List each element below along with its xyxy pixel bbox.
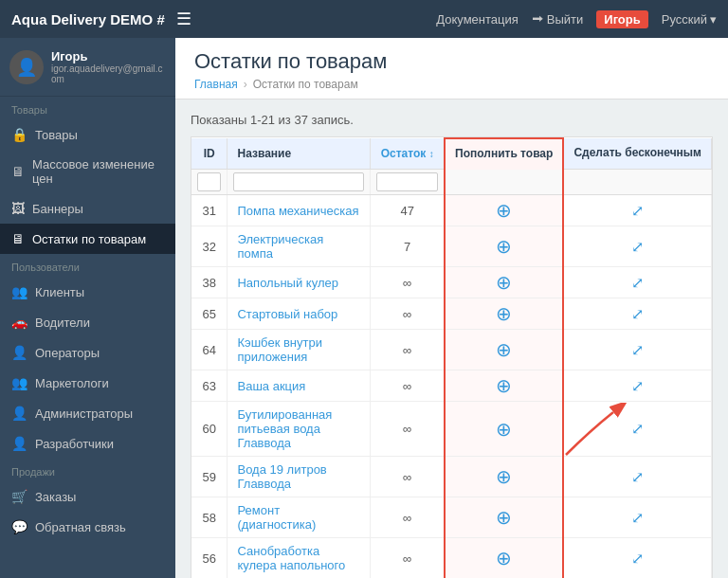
cell-infinite: ⤢ — [563, 267, 711, 298]
sidebar-item-label: Администраторы — [35, 406, 133, 421]
docs-link[interactable]: Документация — [436, 12, 519, 27]
sidebar-item-marketers[interactable]: 👥 Маркетологи — [0, 368, 175, 398]
replenish-button[interactable]: ⊕ — [496, 376, 512, 395]
cell-id: 56 — [191, 538, 228, 578]
product-link[interactable]: Санобработка кулера напольного — [237, 544, 345, 572]
make-infinite-button[interactable]: ⤢ — [631, 509, 644, 527]
sidebar-item-label: Товары — [35, 128, 78, 142]
make-infinite-button[interactable]: ⤢ — [631, 550, 644, 568]
sidebar-item-label: Обратная связь — [35, 520, 126, 534]
sidebar-item-label: Остатки по товарам — [32, 232, 146, 246]
cell-replenish: ⊕ — [445, 370, 563, 402]
cell-replenish: ⊕ — [445, 497, 563, 538]
sidebar-item-tovary[interactable]: 🔒 Товары — [0, 119, 175, 150]
brand-title: Aqua Delivery DEMO # — [11, 11, 165, 27]
stock-table-container: ID Название Остаток ↕ Пополнить товар Сд… — [191, 136, 713, 578]
lock-icon: 🔒 — [11, 127, 27, 142]
sidebar-item-devs[interactable]: 👤 Разработчики — [0, 428, 175, 459]
replenish-button[interactable]: ⊕ — [496, 340, 512, 359]
lang-label: Русский — [662, 12, 707, 27]
cell-infinite: ⤢ — [563, 330, 711, 370]
table-body: 31 Помпа механическая 47 ⊕ ⤢ 32 Электрич… — [191, 195, 712, 578]
sidebar-item-stock[interactable]: 🖥 Остатки по товарам — [0, 224, 175, 254]
page-title: Остатки по товарам — [194, 49, 709, 74]
table-row: 31 Помпа механическая 47 ⊕ ⤢ — [191, 195, 712, 226]
make-infinite-button[interactable]: ⤢ — [631, 377, 644, 395]
product-link[interactable]: Бутилированная питьевая вода Главвода — [237, 407, 332, 450]
make-infinite-button[interactable]: ⤢ — [631, 238, 644, 256]
make-infinite-button[interactable]: ⤢ — [631, 305, 644, 323]
cell-stock: ∞ — [371, 497, 445, 538]
breadcrumb: Главная › Остатки по товарам — [194, 78, 709, 91]
logout-arrow-icon: ⮕ — [532, 12, 544, 27]
filter-stock-input[interactable] — [376, 172, 438, 191]
hamburger-icon[interactable]: ☰ — [176, 9, 191, 29]
make-infinite-button[interactable]: ⤢ — [631, 341, 644, 359]
sidebar-item-price-change[interactable]: 🖥 Массовое изменение цен — [0, 150, 175, 193]
product-link[interactable]: Напольный кулер — [237, 276, 337, 290]
cart-icon: 🛒 — [11, 489, 27, 504]
replenish-button[interactable]: ⊕ — [496, 304, 512, 323]
user-badge[interactable]: Игорь — [596, 10, 647, 28]
cell-infinite: ⤢ — [563, 226, 711, 267]
product-link[interactable]: Ремонт (диагностика) — [237, 503, 316, 532]
sidebar-item-admins[interactable]: 👤 Администраторы — [0, 398, 175, 428]
filter-stock-cell — [371, 170, 445, 195]
cell-name: Помпа механическая — [228, 195, 371, 226]
replenish-button[interactable]: ⊕ — [496, 549, 512, 568]
table-row: 65 Стартовый набор ∞ ⊕ ⤢ — [191, 298, 712, 330]
cell-replenish: ⊕ — [445, 226, 563, 267]
sidebar-item-clients[interactable]: 👥 Клиенты — [0, 277, 175, 307]
replenish-button[interactable]: ⊕ — [496, 420, 512, 439]
filter-name-input[interactable] — [233, 172, 364, 191]
marketer-icon: 👥 — [11, 375, 27, 390]
make-infinite-button[interactable]: ⤢ — [631, 420, 644, 438]
cell-stock: ∞ — [371, 538, 445, 578]
cell-infinite: ⤢ — [563, 370, 711, 402]
logout-label[interactable]: Выйти — [547, 12, 584, 27]
cell-stock: ∞ — [371, 298, 445, 330]
make-infinite-button[interactable]: ⤢ — [631, 274, 644, 292]
col-stock[interactable]: Остаток ↕ — [371, 138, 445, 170]
table-row: 58 Ремонт (диагностика) ∞ ⊕ ⤢ — [191, 497, 712, 538]
product-link[interactable]: Ваша акция — [237, 379, 305, 393]
sidebar-item-label: Баннеры — [32, 202, 83, 216]
sidebar-username: Игорь — [51, 49, 166, 63]
replenish-button[interactable]: ⊕ — [496, 237, 512, 256]
cell-id: 31 — [191, 195, 228, 226]
make-infinite-button[interactable]: ⤢ — [631, 202, 644, 220]
sidebar-item-banners[interactable]: 🖼 Баннеры — [0, 193, 175, 224]
sidebar-item-orders[interactable]: 🛒 Заказы — [0, 481, 175, 512]
table-row: 59 Вода 19 литров Главвода ∞ ⊕ ⤢ — [191, 457, 712, 497]
replenish-button[interactable]: ⊕ — [496, 508, 512, 527]
section-label-sales: Продажи — [0, 459, 175, 481]
sidebar-item-feedback[interactable]: 💬 Обратная связь — [0, 512, 175, 542]
replenish-button[interactable]: ⊕ — [496, 201, 512, 220]
cell-infinite: ⤢ — [563, 402, 711, 457]
replenish-button[interactable]: ⊕ — [496, 273, 512, 292]
cell-replenish: ⊕ — [445, 267, 563, 298]
cell-infinite: ⤢ — [563, 298, 711, 330]
product-link[interactable]: Кэшбек внутри приложения — [237, 335, 322, 364]
sidebar-item-drivers[interactable]: 🚗 Водители — [0, 307, 175, 337]
make-infinite-button[interactable]: ⤢ — [631, 468, 644, 486]
cell-name: Вода 19 литров Главвода — [228, 457, 371, 497]
product-link[interactable]: Вода 19 литров Главвода — [237, 462, 326, 491]
avatar: 👤 — [9, 50, 44, 84]
cell-replenish: ⊕ — [445, 330, 563, 370]
table-row: 64 Кэшбек внутри приложения ∞ ⊕ ⤢ — [191, 330, 712, 370]
cell-name: Напольный кулер — [228, 267, 371, 298]
product-link[interactable]: Электрическая помпа — [237, 232, 323, 261]
cell-id: 59 — [191, 457, 228, 497]
sidebar-item-operators[interactable]: 👤 Операторы — [0, 337, 175, 368]
filter-row — [191, 170, 712, 195]
product-link[interactable]: Помпа механическая — [237, 204, 358, 218]
language-selector[interactable]: Русский ▾ — [662, 12, 717, 27]
filter-id-input[interactable] — [197, 172, 221, 191]
logout-icon[interactable]: ⮕ Выйти — [532, 12, 584, 27]
sidebar-item-label: Водители — [35, 316, 90, 330]
replenish-button[interactable]: ⊕ — [496, 467, 512, 486]
product-link[interactable]: Стартовый набор — [237, 307, 337, 321]
breadcrumb-home[interactable]: Главная — [194, 78, 238, 91]
cell-replenish: ⊕ — [445, 538, 563, 578]
